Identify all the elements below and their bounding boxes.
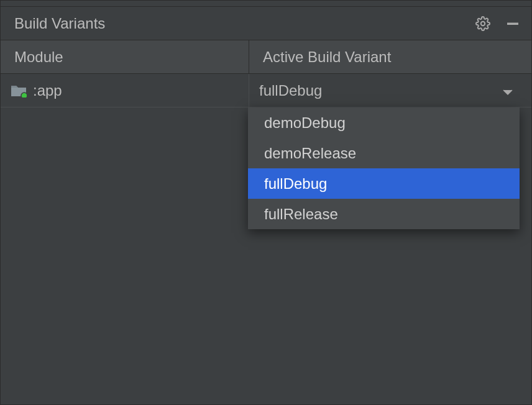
gear-icon xyxy=(475,16,490,31)
svg-point-2 xyxy=(21,93,27,98)
build-variants-panel: Build Variants Module Active Build Varia… xyxy=(0,0,532,405)
chevron-down-icon xyxy=(503,82,513,99)
svg-point-0 xyxy=(481,21,485,25)
dropdown-item[interactable]: demoDebug xyxy=(248,107,520,138)
top-strip xyxy=(1,1,531,7)
dropdown-item[interactable]: fullDebug xyxy=(248,168,520,199)
module-cell: :app xyxy=(1,74,249,107)
minus-icon xyxy=(505,16,520,31)
column-header-variant: Active Build Variant xyxy=(249,40,531,73)
header-icons xyxy=(474,15,521,32)
settings-button[interactable] xyxy=(474,15,492,32)
variants-table: Module Active Build Variant :app full xyxy=(1,40,531,404)
svg-rect-1 xyxy=(507,22,518,25)
table-body: :app fullDebug demoDebugdemoReleasefullD… xyxy=(1,74,531,404)
table-header: Module Active Build Variant xyxy=(1,40,531,74)
variant-cell[interactable]: fullDebug xyxy=(249,74,531,107)
module-folder-icon xyxy=(11,84,27,98)
table-row: :app fullDebug xyxy=(1,74,531,107)
variant-selected-value: fullDebug xyxy=(259,82,322,99)
dropdown-item[interactable]: fullRelease xyxy=(248,199,520,229)
module-name: :app xyxy=(33,82,62,99)
dropdown-item[interactable]: demoRelease xyxy=(248,138,520,168)
minimize-button[interactable] xyxy=(504,15,521,32)
panel-header: Build Variants xyxy=(1,7,531,40)
column-header-module: Module xyxy=(1,40,249,73)
variant-dropdown[interactable]: demoDebugdemoReleasefullDebugfullRelease xyxy=(248,107,520,229)
panel-title: Build Variants xyxy=(14,15,474,32)
